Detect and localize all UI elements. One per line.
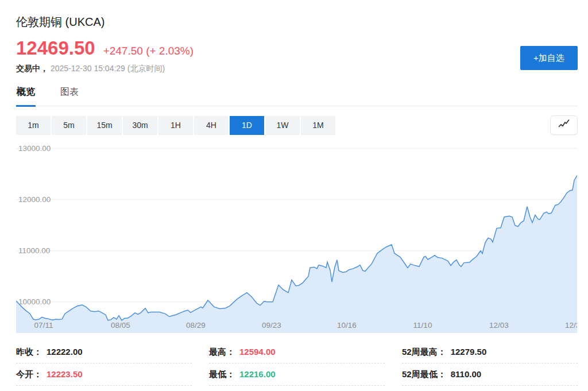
price-chart[interactable]: 13000.0012000.0011000.0010000.0007/1108/… (16, 142, 577, 333)
trading-status: 交易中， (16, 64, 48, 73)
stat-label: 52周最高： (402, 347, 446, 358)
stat-row: 52周最高：12279.50 (402, 341, 578, 363)
y-axis-label: 11000.00 (18, 246, 50, 255)
add-watchlist-button[interactable]: +加自选 (520, 46, 578, 70)
stat-label: 最低： (209, 369, 235, 380)
stat-label: 今开： (16, 369, 42, 380)
x-axis-label: 12/03 (489, 321, 509, 330)
price-chart-svg: 13000.0012000.0011000.0010000.0007/1108/… (16, 142, 577, 333)
x-axis-label: 08/29 (186, 321, 206, 330)
stat-label: 昨收： (16, 347, 42, 358)
tab-bar: 概览 图表 (16, 86, 578, 106)
chart-toolbar: 1m5m15m30m1H4H1D1W1M (16, 115, 578, 135)
stat-value: 8110.00 (451, 369, 481, 379)
stat-row: 最低：12216.00 (209, 363, 385, 386)
quote-page: 伦敦期铜 (UKCA) +加自选 12469.50 +247.50 (+ 2.0… (0, 14, 588, 391)
price-row: 12469.50 +247.50 (+ 2.03%) (16, 37, 578, 59)
y-axis-label: 13000.00 (18, 144, 51, 153)
timeframe-1d[interactable]: 1D (230, 116, 264, 135)
page-title: 伦敦期铜 (UKCA) (16, 14, 578, 30)
stat-value: 12223.50 (47, 369, 83, 379)
y-axis-label: 10000.00 (18, 297, 51, 306)
x-axis-label: 09/23 (262, 321, 281, 330)
current-price: 12469.50 (16, 37, 95, 59)
stat-row: 52周最低：8110.00 (402, 363, 578, 386)
stats-grid: 昨收：12222.00今开：12223.50最高：12594.00最低：1221… (16, 341, 578, 386)
x-axis-label: 08/05 (111, 321, 130, 330)
stat-row: 最高：12594.00 (209, 341, 385, 363)
stat-label: 52周最低： (402, 369, 446, 380)
timeframe-1h[interactable]: 1H (158, 116, 193, 135)
line-chart-icon (558, 119, 570, 131)
timeframe-4h[interactable]: 4H (194, 116, 229, 135)
x-axis-label: 12/30 (565, 321, 577, 330)
stat-column: 最高：12594.00最低：12216.00 (209, 341, 385, 386)
timeframe-1m[interactable]: 1M (301, 116, 335, 135)
stat-column: 昨收：12222.00今开：12223.50 (16, 341, 192, 386)
timeframe-15m[interactable]: 15m (87, 116, 122, 135)
stat-row: 昨收：12222.00 (16, 341, 192, 363)
timeframe-bar: 1m5m15m30m1H4H1D1W1M (16, 116, 335, 135)
timeframe-30m[interactable]: 30m (123, 116, 157, 135)
x-axis-label: 11/10 (413, 321, 432, 330)
x-axis-label: 07/11 (34, 321, 53, 330)
tab-chart[interactable]: 图表 (60, 86, 79, 106)
timeframe-1w[interactable]: 1W (265, 116, 300, 135)
quote-timestamp: 2025-12-30 15:04:29 (北京时间) (51, 64, 165, 73)
timeframe-1m[interactable]: 1m (16, 116, 51, 135)
status-row: 交易中， 2025-12-30 15:04:29 (北京时间) (16, 64, 578, 74)
stat-value: 12594.00 (239, 347, 276, 357)
stat-value: 12222.00 (47, 347, 83, 357)
x-axis-label: 10/16 (337, 321, 357, 330)
timeframe-5m[interactable]: 5m (52, 116, 86, 135)
price-change: +247.50 (+ 2.03%) (103, 45, 194, 57)
stat-value: 12279.50 (451, 347, 487, 357)
tab-overview[interactable]: 概览 (16, 86, 36, 107)
stat-value: 12216.00 (239, 369, 276, 379)
stat-column: 52周最高：12279.5052周最低：8110.00 (402, 341, 578, 386)
y-axis-label: 12000.00 (18, 195, 51, 204)
chart-style-button[interactable] (550, 115, 578, 135)
stat-label: 最高： (209, 347, 235, 358)
stat-row: 今开：12223.50 (16, 363, 192, 386)
area-fill (16, 176, 577, 333)
